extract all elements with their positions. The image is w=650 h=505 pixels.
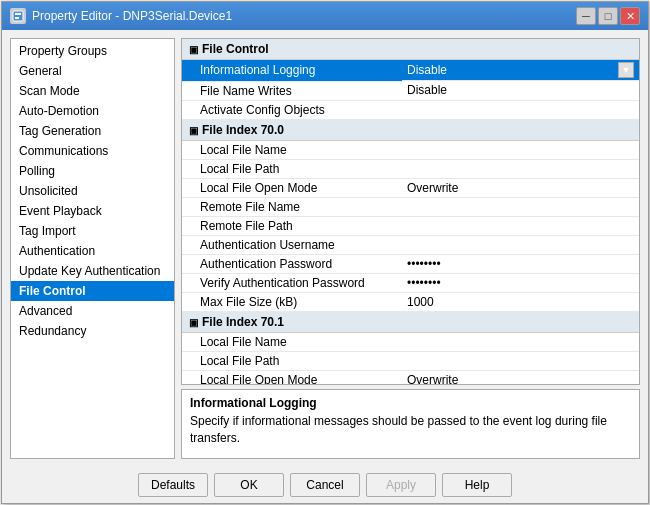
close-button[interactable]: ✕	[620, 7, 640, 25]
row-label-remote-file-path-0: Remote File Path	[182, 216, 402, 235]
sidebar-item-polling[interactable]: Polling	[11, 161, 174, 181]
table-row-informational-logging[interactable]: Informational LoggingDisable▼	[182, 60, 639, 82]
row-label-auth-username-0: Authentication Username	[182, 235, 402, 254]
row-value-file-name-writes: Disable	[402, 81, 639, 100]
dropdown-value-informational-logging: Disable	[407, 63, 447, 77]
main-area: ▣File ControlInformational LoggingDisabl…	[181, 38, 640, 459]
title-buttons: ─ □ ✕	[576, 7, 640, 25]
help-button[interactable]: Help	[442, 473, 512, 497]
section-header-file-index-70-1-section: ▣File Index 70.1	[182, 311, 639, 332]
table-row-file-name-writes[interactable]: File Name WritesDisable	[182, 81, 639, 100]
table-row-max-file-size-0[interactable]: Max File Size (kB)1000	[182, 292, 639, 311]
sidebar-item-authentication[interactable]: Authentication	[11, 241, 174, 261]
row-value-verify-auth-password-0: ••••••••	[402, 273, 639, 292]
minimize-button[interactable]: ─	[576, 7, 596, 25]
title-bar: Property Editor - DNP3Serial.Device1 ─ □…	[2, 2, 648, 30]
section-header-file-control-section: ▣File Control	[182, 39, 639, 60]
row-label-local-file-open-mode-1: Local File Open Mode	[182, 370, 402, 385]
row-label-remote-file-name-0: Remote File Name	[182, 197, 402, 216]
sidebar-item-scan-mode[interactable]: Scan Mode	[11, 81, 174, 101]
row-value-activate-config	[402, 100, 639, 119]
sidebar-item-redundancy[interactable]: Redundancy	[11, 321, 174, 341]
table-row-remote-file-path-0[interactable]: Remote File Path	[182, 216, 639, 235]
table-row-local-file-name-1[interactable]: Local File Name	[182, 332, 639, 351]
title-bar-left: Property Editor - DNP3Serial.Device1	[10, 8, 232, 24]
row-value-informational-logging[interactable]: Disable▼	[402, 60, 639, 81]
row-value-local-file-path-0	[402, 159, 639, 178]
table-row-auth-username-0[interactable]: Authentication Username	[182, 235, 639, 254]
sidebar-item-update-key-auth[interactable]: Update Key Authentication	[11, 261, 174, 281]
row-value-max-file-size-0: 1000	[402, 292, 639, 311]
sidebar-item-general[interactable]: General	[11, 61, 174, 81]
section-header-file-index-70-0-section: ▣File Index 70.0	[182, 119, 639, 140]
row-label-verify-auth-password-0: Verify Authentication Password	[182, 273, 402, 292]
table-row-local-file-path-0[interactable]: Local File Path	[182, 159, 639, 178]
sidebar-item-property-groups[interactable]: Property Groups	[11, 41, 174, 61]
sidebar-item-advanced[interactable]: Advanced	[11, 301, 174, 321]
apply-button[interactable]: Apply	[366, 473, 436, 497]
table-row-auth-password-0[interactable]: Authentication Password••••••••	[182, 254, 639, 273]
maximize-button[interactable]: □	[598, 7, 618, 25]
sidebar-item-auto-demotion[interactable]: Auto-Demotion	[11, 101, 174, 121]
row-value-auth-username-0	[402, 235, 639, 254]
sidebar-item-tag-generation[interactable]: Tag Generation	[11, 121, 174, 141]
row-label-local-file-path-1: Local File Path	[182, 351, 402, 370]
svg-rect-2	[15, 17, 19, 19]
info-panel-description: Specify if informational messages should…	[190, 413, 631, 447]
row-value-local-file-name-0	[402, 140, 639, 159]
row-value-local-file-path-1	[402, 351, 639, 370]
row-label-max-file-size-0: Max File Size (kB)	[182, 292, 402, 311]
button-row: Defaults OK Cancel Apply Help	[2, 467, 648, 503]
row-value-remote-file-name-0	[402, 197, 639, 216]
info-panel-title: Informational Logging	[190, 396, 631, 410]
row-label-local-file-path-0: Local File Path	[182, 159, 402, 178]
row-label-local-file-open-mode-0: Local File Open Mode	[182, 178, 402, 197]
sidebar-item-unsolicited[interactable]: Unsolicited	[11, 181, 174, 201]
row-value-local-file-open-mode-0: Overwrite	[402, 178, 639, 197]
content-area: Property GroupsGeneralScan ModeAuto-Demo…	[2, 30, 648, 467]
collapse-icon[interactable]: ▣	[187, 44, 199, 55]
sidebar-item-event-playback[interactable]: Event Playback	[11, 201, 174, 221]
row-value-local-file-name-1	[402, 332, 639, 351]
properties-table-container[interactable]: ▣File ControlInformational LoggingDisabl…	[181, 38, 640, 385]
svg-rect-0	[13, 11, 23, 21]
svg-rect-1	[15, 13, 21, 15]
collapse-icon[interactable]: ▣	[187, 125, 199, 136]
cancel-button[interactable]: Cancel	[290, 473, 360, 497]
window-title: Property Editor - DNP3Serial.Device1	[32, 9, 232, 23]
sidebar-item-file-control[interactable]: File Control	[11, 281, 174, 301]
ok-button[interactable]: OK	[214, 473, 284, 497]
info-panel: Informational Logging Specify if informa…	[181, 389, 640, 459]
row-value-local-file-open-mode-1: Overwrite	[402, 370, 639, 385]
property-editor-window: Property Editor - DNP3Serial.Device1 ─ □…	[1, 1, 649, 504]
sidebar-item-tag-import[interactable]: Tag Import	[11, 221, 174, 241]
collapse-icon[interactable]: ▣	[187, 317, 199, 328]
window-icon	[10, 8, 26, 24]
row-value-remote-file-path-0	[402, 216, 639, 235]
table-row-local-file-open-mode-1[interactable]: Local File Open ModeOverwrite	[182, 370, 639, 385]
dropdown-arrow-informational-logging[interactable]: ▼	[618, 62, 634, 78]
table-row-activate-config[interactable]: Activate Config Objects	[182, 100, 639, 119]
table-row-local-file-path-1[interactable]: Local File Path	[182, 351, 639, 370]
row-label-activate-config: Activate Config Objects	[182, 100, 402, 119]
row-label-file-name-writes: File Name Writes	[182, 81, 402, 100]
row-label-local-file-name-0: Local File Name	[182, 140, 402, 159]
row-label-auth-password-0: Authentication Password	[182, 254, 402, 273]
sidebar-item-communications[interactable]: Communications	[11, 141, 174, 161]
row-value-auth-password-0: ••••••••	[402, 254, 639, 273]
defaults-button[interactable]: Defaults	[138, 473, 208, 497]
table-row-remote-file-name-0[interactable]: Remote File Name	[182, 197, 639, 216]
row-label-informational-logging: Informational Logging	[182, 60, 402, 82]
sidebar: Property GroupsGeneralScan ModeAuto-Demo…	[10, 38, 175, 459]
row-label-local-file-name-1: Local File Name	[182, 332, 402, 351]
properties-table: ▣File ControlInformational LoggingDisabl…	[182, 39, 639, 385]
table-row-local-file-open-mode-0[interactable]: Local File Open ModeOverwrite	[182, 178, 639, 197]
table-row-local-file-name-0[interactable]: Local File Name	[182, 140, 639, 159]
table-row-verify-auth-password-0[interactable]: Verify Authentication Password••••••••	[182, 273, 639, 292]
